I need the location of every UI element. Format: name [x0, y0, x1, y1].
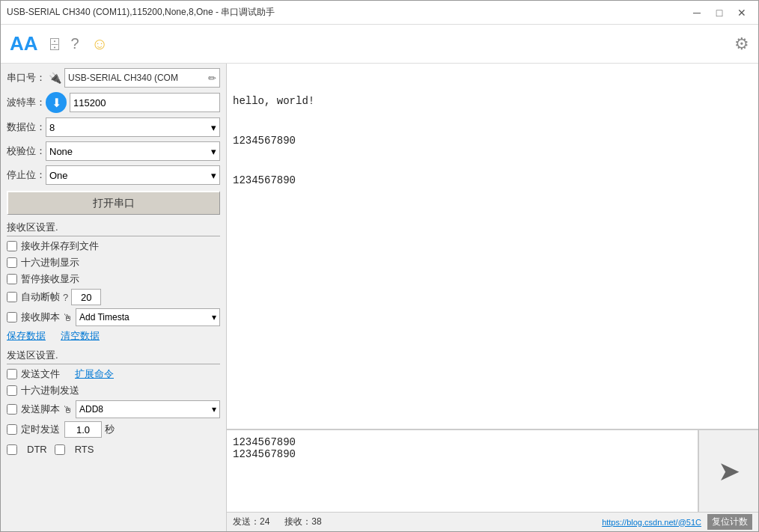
- port-row: 串口号： 🔌 USB-SERIAL CH340 (COM ✏: [7, 68, 220, 88]
- baud-input[interactable]: [70, 93, 220, 112]
- port-value: USB-SERIAL CH340 (COM: [68, 73, 208, 83]
- data-bits-select[interactable]: 8 ▾: [46, 117, 220, 137]
- script-icon: 🖱: [63, 312, 73, 323]
- main-content: 串口号： 🔌 USB-SERIAL CH340 (COM ✏ 波特率： ⬇ 数据…: [1, 64, 758, 531]
- send-file-checkbox[interactable]: [7, 369, 17, 379]
- dtr-checkbox[interactable]: [7, 444, 17, 455]
- send-file-row: 发送文件 扩展命令: [7, 367, 220, 381]
- parity-select[interactable]: None ▾: [46, 141, 220, 161]
- auto-frame-label: 自动断帧: [21, 290, 60, 304]
- data-bits-label: 数据位：: [7, 120, 46, 134]
- auto-frame-question-icon[interactable]: ?: [63, 292, 68, 303]
- save-file-checkbox[interactable]: [7, 241, 17, 251]
- hex-send-row: 十六进制发送: [7, 384, 220, 397]
- port-input-wrap: USB-SERIAL CH340 (COM ✏: [64, 68, 220, 88]
- send-count-value: 24: [260, 516, 269, 527]
- save-file-row: 接收并保存到文件: [7, 239, 220, 253]
- stop-bits-select[interactable]: One ▾: [46, 165, 220, 185]
- parity-row: 校验位： None ▾: [7, 141, 220, 161]
- title-bar: USB-SERIAL CH340 (COM11),115200,None,8,O…: [1, 1, 758, 25]
- toolbar: AA ⌹ ? ☺ ⚙: [1, 25, 758, 64]
- port-plug-icon: 🔌: [49, 72, 61, 84]
- main-window: USB-SERIAL CH340 (COM11),115200,None,8,O…: [0, 0, 759, 532]
- receive-count: 接收：38: [284, 516, 321, 528]
- stop-bits-chevron: ▾: [211, 170, 216, 181]
- reset-count-button[interactable]: 复位计数: [707, 514, 752, 530]
- smile-icon[interactable]: ☺: [91, 34, 108, 54]
- send-textarea[interactable]: 1234567890 1234567890: [227, 429, 698, 512]
- script-checkbox[interactable]: [7, 312, 17, 322]
- timer-input[interactable]: [64, 421, 102, 438]
- close-button[interactable]: ✕: [731, 4, 752, 22]
- send-script-label: 发送脚本: [21, 403, 60, 416]
- parity-label: 校验位：: [7, 144, 46, 158]
- hex-send-checkbox[interactable]: [7, 385, 17, 396]
- minimize-button[interactable]: ─: [686, 4, 707, 22]
- pause-checkbox[interactable]: [7, 274, 17, 284]
- script-value: Add Timesta: [79, 312, 129, 322]
- pause-row: 暂停接收显示: [7, 272, 220, 286]
- left-panel: 串口号： 🔌 USB-SERIAL CH340 (COM ✏ 波特率： ⬇ 数据…: [1, 64, 227, 531]
- send-file-label: 发送文件: [21, 367, 60, 381]
- auto-frame-checkbox[interactable]: [7, 292, 17, 302]
- port-edit-icon[interactable]: ✏: [208, 73, 216, 84]
- expand-cmd-link[interactable]: 扩展命令: [75, 367, 114, 381]
- hex-display-checkbox[interactable]: [7, 257, 17, 268]
- frame-icon[interactable]: ⌹: [50, 35, 59, 52]
- rts-label: RTS: [75, 444, 94, 455]
- send-area-wrap: 1234567890 1234567890 ➤: [227, 429, 758, 512]
- gear-icon[interactable]: ⚙: [734, 34, 749, 54]
- timer-row: 定时发送 秒: [7, 421, 220, 438]
- data-bits-row: 数据位： 8 ▾: [7, 117, 220, 137]
- script-row: 接收脚本 🖱 Add Timesta ▾: [7, 308, 220, 326]
- stop-bits-row: 停止位： One ▾: [7, 165, 220, 185]
- receive-area: hello, world! 1234567890 1234567890: [227, 64, 758, 429]
- auto-frame-input[interactable]: [71, 289, 101, 305]
- receive-line-2: 1234567890: [233, 133, 752, 149]
- aa-icon[interactable]: AA: [10, 32, 38, 55]
- hex-send-label: 十六进制发送: [21, 384, 79, 397]
- csdn-link[interactable]: https://blog.csdn.net/@51C: [602, 518, 701, 527]
- data-links: 保存数据 清空数据: [7, 329, 220, 343]
- question-icon[interactable]: ?: [71, 35, 79, 52]
- window-title: USB-SERIAL CH340 (COM11),115200,None,8,O…: [7, 6, 275, 19]
- send-button[interactable]: ➤: [698, 429, 758, 512]
- right-panel: hello, world! 1234567890 1234567890 1234…: [227, 64, 758, 531]
- timer-label: 定时发送: [21, 423, 60, 436]
- receive-count-value: 38: [311, 516, 321, 527]
- send-script-icon: 🖱: [63, 404, 73, 415]
- pause-label: 暂停接收显示: [21, 272, 79, 286]
- send-count-label: 发送：: [233, 516, 260, 527]
- stop-bits-value: One: [49, 170, 68, 181]
- status-bar: 发送：24 接收：38 https://blog.csdn.net/@51C 复…: [227, 512, 758, 531]
- timer-checkbox[interactable]: [7, 424, 17, 435]
- rts-checkbox[interactable]: [55, 444, 65, 455]
- send-script-checkbox[interactable]: [7, 404, 17, 415]
- receive-section-title: 接收区设置.: [7, 221, 220, 236]
- data-bits-chevron: ▾: [211, 122, 216, 133]
- save-data-link[interactable]: 保存数据: [7, 329, 46, 343]
- send-section-title: 发送区设置.: [7, 349, 220, 364]
- receive-line-1: hello, world!: [233, 94, 752, 109]
- receive-line-3: 1234567890: [233, 173, 752, 189]
- script-chevron: ▾: [212, 312, 216, 322]
- baud-label: 波特率：: [7, 96, 46, 109]
- hex-display-label: 十六进制显示: [21, 256, 79, 269]
- clear-data-link[interactable]: 清空数据: [61, 329, 100, 343]
- timer-unit: 秒: [105, 423, 115, 436]
- open-port-button[interactable]: 打开串口: [7, 191, 220, 215]
- stop-bits-label: 停止位：: [7, 168, 46, 182]
- receive-count-label: 接收：: [284, 516, 311, 527]
- parity-value: None: [49, 146, 73, 157]
- maximize-button[interactable]: □: [709, 4, 730, 22]
- send-script-select[interactable]: ADD8 ▾: [76, 400, 220, 418]
- send-script-chevron: ▾: [212, 404, 216, 415]
- dtr-rts-row: DTR RTS: [7, 444, 220, 455]
- save-file-label: 接收并保存到文件: [21, 239, 99, 253]
- data-bits-value: 8: [49, 122, 55, 133]
- script-select[interactable]: Add Timesta ▾: [76, 308, 220, 326]
- send-arrow-icon: ➤: [718, 456, 740, 487]
- port-label: 串口号：: [7, 71, 46, 85]
- parity-chevron: ▾: [211, 146, 216, 157]
- toolbar-left: AA ⌹ ? ☺: [10, 32, 108, 55]
